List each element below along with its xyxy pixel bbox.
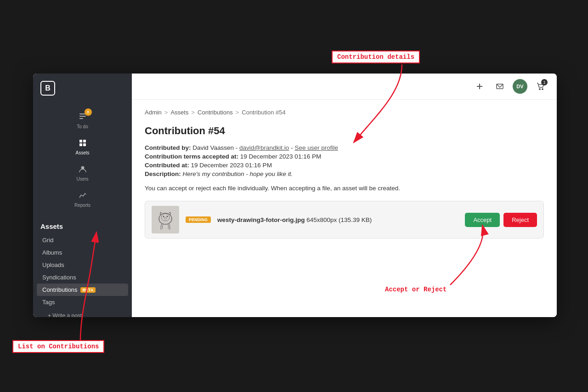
svg-rect-2 <box>79 116 86 117</box>
sub-item-write-post[interactable]: + Write a post <box>42 310 128 317</box>
nav-item-assets[interactable]: Assets <box>33 133 132 159</box>
contributions-label: Contributions <box>42 286 78 293</box>
assets-icon-wrap <box>76 136 89 149</box>
sidebar-item-tags[interactable]: Tags <box>37 296 128 308</box>
breadcrumb-current: Contribution #54 <box>242 109 285 116</box>
contributed-by-label: Contributed by: <box>145 144 191 151</box>
logo-icon: B <box>40 81 55 96</box>
file-actions: Accept Reject <box>465 213 537 227</box>
pending-badge: PENDING <box>186 216 211 223</box>
breadcrumb: Admin > Assets > Contributions > Contrib… <box>145 109 544 116</box>
content-body: Admin > Assets > Contributions > Contrib… <box>132 100 557 317</box>
sidebar-menu: Grid Albums Uploads Syndications Contrib… <box>33 234 132 308</box>
svg-rect-3 <box>79 118 83 119</box>
svg-rect-5 <box>83 140 86 142</box>
sidebar-nav-icons: 8 To do Assets Users Report <box>33 103 132 215</box>
see-user-profile-link[interactable]: See user profile <box>294 144 338 151</box>
terms-accepted-label: Contribution terms accepted at: <box>145 153 238 160</box>
todo-badge: 8 <box>85 108 92 116</box>
file-dimensions-text: 645x800px <box>306 216 337 223</box>
breadcrumb-assets[interactable]: Assets <box>170 109 188 116</box>
meta-description: Description: Here's my contribution - ho… <box>145 170 544 177</box>
file-name: westy-drawing3-fotor-orig.jpg <box>217 216 305 223</box>
contribution-meta: Contributed by: David Vaassen - david@br… <box>145 144 544 177</box>
nav-item-todo[interactable]: 8 To do <box>33 107 132 133</box>
meta-dash: - <box>236 144 239 151</box>
annotation-list-contributions: List on Contributions <box>12 340 104 353</box>
add-button[interactable] <box>472 79 487 94</box>
reports-label: Reports <box>74 203 90 208</box>
svg-point-17 <box>163 216 164 217</box>
instructions-text: You can accept or reject each file indiv… <box>145 185 544 192</box>
sidebar-sub-menu: + Write a post + Upload files + Add a li… <box>33 308 132 317</box>
meta-terms-accepted: Contribution terms accepted at: 19 Decem… <box>145 153 544 160</box>
contributed-at-label: Contributed at: <box>145 162 189 169</box>
sidebar-item-grid[interactable]: Grid <box>37 234 128 246</box>
terms-value-text: 19 December 2023 01:16 PM <box>240 153 321 160</box>
sidebar-item-albums[interactable]: Albums <box>37 246 128 259</box>
todo-label: To do <box>77 124 88 129</box>
main-content: DV 1 Admin > Assets > Contributions > Co… <box>132 74 557 317</box>
top-bar: DV 1 <box>132 74 557 100</box>
cart-button[interactable]: 1 <box>533 79 548 94</box>
breadcrumb-sep-3: > <box>236 109 239 116</box>
contributor-email-link[interactable]: david@brandkit.io <box>239 144 289 151</box>
breadcrumb-sep-2: > <box>191 109 195 116</box>
svg-rect-6 <box>79 143 82 146</box>
sidebar-logo: B <box>33 74 132 103</box>
user-avatar[interactable]: DV <box>513 79 527 94</box>
svg-point-12 <box>539 89 540 90</box>
reject-button[interactable]: Reject <box>503 213 537 227</box>
annotation-contribution-details: Contribution details <box>332 51 420 63</box>
breadcrumb-contributions[interactable]: Contributions <box>198 109 233 116</box>
page-title: Contribution #54 <box>145 125 544 137</box>
svg-rect-14 <box>152 206 179 233</box>
svg-point-13 <box>542 89 543 90</box>
users-label: Users <box>76 176 88 182</box>
file-list: PENDING westy-drawing3-fotor-orig.jpg 64… <box>145 201 544 239</box>
breadcrumb-admin[interactable]: Admin <box>145 109 162 116</box>
users-icon-wrap <box>76 163 89 176</box>
beta-badge: BETA <box>80 287 96 293</box>
nav-item-reports[interactable]: Reports <box>33 185 132 211</box>
svg-point-18 <box>167 216 168 217</box>
description-label: Description: <box>145 170 181 177</box>
meta-contributed-at: Contributed at: 19 December 2023 01:16 P… <box>145 162 544 169</box>
breadcrumb-sep-1: > <box>164 109 168 116</box>
description-text: Here's my contribution - hope you like i… <box>183 170 293 177</box>
svg-rect-4 <box>79 140 82 142</box>
contributor-name-text: David Vaassen <box>192 144 234 151</box>
accept-button[interactable]: Accept <box>465 213 500 227</box>
sidebar-section-title: Assets <box>33 215 132 234</box>
sidebar-item-syndications[interactable]: Syndications <box>37 271 128 284</box>
file-thumbnail <box>152 206 179 233</box>
reports-icon-wrap <box>76 189 89 202</box>
main-window: B 8 To do Assets Users <box>33 74 557 317</box>
inbox-button[interactable] <box>492 79 507 94</box>
sidebar-item-contributions[interactable]: Contributions BETA <box>37 284 128 296</box>
file-item: PENDING westy-drawing3-fotor-orig.jpg 64… <box>145 201 543 238</box>
sidebar: B 8 To do Assets Users <box>33 74 132 317</box>
file-info: westy-drawing3-fotor-orig.jpg 645x800px … <box>217 216 458 223</box>
annotation-accept-reject: Accept or Reject <box>385 286 447 293</box>
sidebar-item-uploads[interactable]: Uploads <box>37 259 128 271</box>
cart-count-badge: 1 <box>541 79 548 85</box>
file-size-text: (135.39 KB) <box>339 216 372 223</box>
meta-contributed-by: Contributed by: David Vaassen - david@br… <box>145 144 544 151</box>
assets-label: Assets <box>75 150 89 155</box>
todo-icon-wrap: 8 <box>76 110 89 123</box>
svg-rect-7 <box>83 143 86 146</box>
contributed-at-text: 19 December 2023 01:16 PM <box>191 162 272 169</box>
nav-item-users[interactable]: Users <box>33 159 132 185</box>
